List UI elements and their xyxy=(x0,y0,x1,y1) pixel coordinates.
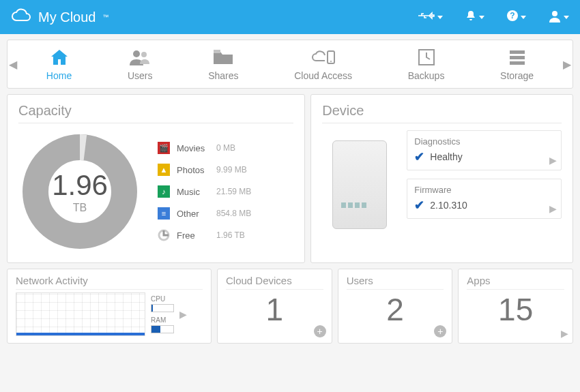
device-image xyxy=(322,130,397,239)
help-icon: ? xyxy=(506,10,519,25)
ram-label: RAM xyxy=(151,316,174,324)
tm-mark: ™ xyxy=(102,14,108,20)
topbar-actions: ? xyxy=(418,9,569,25)
free-icon xyxy=(158,229,170,241)
nav-cloud-access[interactable]: Cloud Access xyxy=(287,44,359,84)
apps-value: 15 xyxy=(467,292,564,325)
chevron-down-icon xyxy=(564,16,569,19)
legend-photos: ▲Photos9.99 MB xyxy=(158,164,251,176)
device-panel: Device Diagnostics ✔Healthy ▶ Firmware ✔… xyxy=(310,94,573,263)
apps-title: Apps xyxy=(467,275,564,290)
check-icon: ✔ xyxy=(414,198,424,213)
notifications-menu[interactable] xyxy=(465,10,484,25)
apps-panel[interactable]: Apps 15 ▶ xyxy=(458,269,573,344)
cloud-logo-icon xyxy=(11,8,31,27)
chevron-right-icon[interactable]: ▶ xyxy=(179,309,187,320)
cpu-label: CPU xyxy=(151,295,174,303)
main-nav: ◀ Home Users Shares Cloud Access Backups xyxy=(7,40,573,89)
network-title: Network Activity xyxy=(16,275,203,290)
usb-icon xyxy=(418,11,435,23)
home-icon xyxy=(49,47,70,67)
users-value: 2 xyxy=(347,292,444,325)
legend-music: ♪Music21.59 MB xyxy=(158,185,251,198)
help-menu[interactable]: ? xyxy=(506,10,526,25)
network-activity-panel: Network Activity CPU RAM ▶ xyxy=(7,269,212,344)
nav-label: Users xyxy=(128,70,153,81)
folder-icon xyxy=(212,47,234,67)
cpu-meter: CPU xyxy=(151,295,174,312)
cloud-devices-value: 1 xyxy=(226,292,323,325)
svg-rect-11 xyxy=(510,61,525,65)
topbar: My Cloud™ ? xyxy=(0,0,580,34)
nav-label: Shares xyxy=(208,70,238,81)
firmware-card[interactable]: Firmware ✔2.10.310 ▶ xyxy=(407,179,562,219)
ram-meter: RAM xyxy=(151,316,174,333)
svg-point-4 xyxy=(141,52,147,57)
user-icon xyxy=(548,9,562,25)
check-icon: ✔ xyxy=(414,149,424,164)
usb-menu[interactable] xyxy=(418,11,443,23)
chevron-right-icon: ▶ xyxy=(549,203,557,214)
svg-point-7 xyxy=(330,61,332,62)
svg-rect-10 xyxy=(510,56,525,59)
bell-icon xyxy=(465,10,477,25)
svg-point-2 xyxy=(552,11,557,16)
cloud-devices-panel[interactable]: Cloud Devices 1 + xyxy=(217,269,332,344)
capacity-value: 1.96 xyxy=(52,169,108,202)
photos-icon: ▲ xyxy=(158,164,170,176)
firmware-title: Firmware xyxy=(414,185,554,195)
svg-rect-9 xyxy=(510,50,525,54)
capacity-legend: 🎬Movies0 MB ▲Photos9.99 MB ♪Music21.59 M… xyxy=(158,142,251,241)
user-menu[interactable] xyxy=(548,9,569,25)
nav-label: Home xyxy=(46,70,72,81)
diagnostics-value: Healthy xyxy=(430,151,462,162)
backup-icon xyxy=(417,47,436,67)
svg-text:?: ? xyxy=(510,11,514,20)
file-icon: ≡ xyxy=(158,207,170,220)
users-icon xyxy=(128,47,151,67)
svg-rect-5 xyxy=(214,50,220,53)
chevron-down-icon xyxy=(521,16,526,19)
chevron-right-icon: ▶ xyxy=(549,155,557,166)
firmware-value: 2.10.310 xyxy=(430,200,467,211)
nav-label: Cloud Access xyxy=(294,70,352,81)
nav-backups[interactable]: Backups xyxy=(401,44,452,84)
nav-users[interactable]: Users xyxy=(121,44,160,84)
capacity-panel: Capacity 1.96 TB 🎬Movies0 MB ▲Photos9.99… xyxy=(7,94,305,263)
brand-title: My Cloud xyxy=(38,10,96,25)
chevron-down-icon xyxy=(437,16,443,19)
legend-movies: 🎬Movies0 MB xyxy=(158,142,251,154)
nav-storage[interactable]: Storage xyxy=(493,44,540,84)
capacity-unit: TB xyxy=(73,202,87,214)
add-user-button[interactable]: + xyxy=(434,325,446,337)
nav-home[interactable]: Home xyxy=(40,44,78,84)
nav-shares[interactable]: Shares xyxy=(201,44,245,84)
diagnostics-card[interactable]: Diagnostics ✔Healthy ▶ xyxy=(407,130,562,170)
cloud-devices-title: Cloud Devices xyxy=(226,275,323,290)
capacity-donut: 1.96 TB xyxy=(18,130,141,253)
chevron-down-icon xyxy=(479,16,484,19)
movies-icon: 🎬 xyxy=(158,142,170,154)
nav-label: Storage xyxy=(500,70,534,81)
capacity-title: Capacity xyxy=(18,103,293,123)
svg-point-3 xyxy=(133,50,140,57)
nav-next[interactable]: ▶ xyxy=(562,58,572,71)
users-title: Users xyxy=(347,275,444,290)
chevron-right-icon: ▶ xyxy=(561,328,568,339)
add-cloud-device-button[interactable]: + xyxy=(314,325,326,337)
users-panel[interactable]: Users 2 + xyxy=(338,269,453,344)
network-chart xyxy=(16,292,145,336)
music-icon: ♪ xyxy=(158,185,170,198)
device-title: Device xyxy=(322,103,562,123)
legend-free: Free1.96 TB xyxy=(158,229,251,241)
nav-label: Backups xyxy=(408,70,445,81)
nav-prev[interactable]: ◀ xyxy=(8,58,18,71)
brand: My Cloud™ xyxy=(11,8,108,27)
storage-icon xyxy=(508,47,527,67)
diagnostics-title: Diagnostics xyxy=(414,136,554,147)
cloud-device-icon xyxy=(311,47,336,67)
legend-other: ≡Other854.8 MB xyxy=(158,207,251,220)
